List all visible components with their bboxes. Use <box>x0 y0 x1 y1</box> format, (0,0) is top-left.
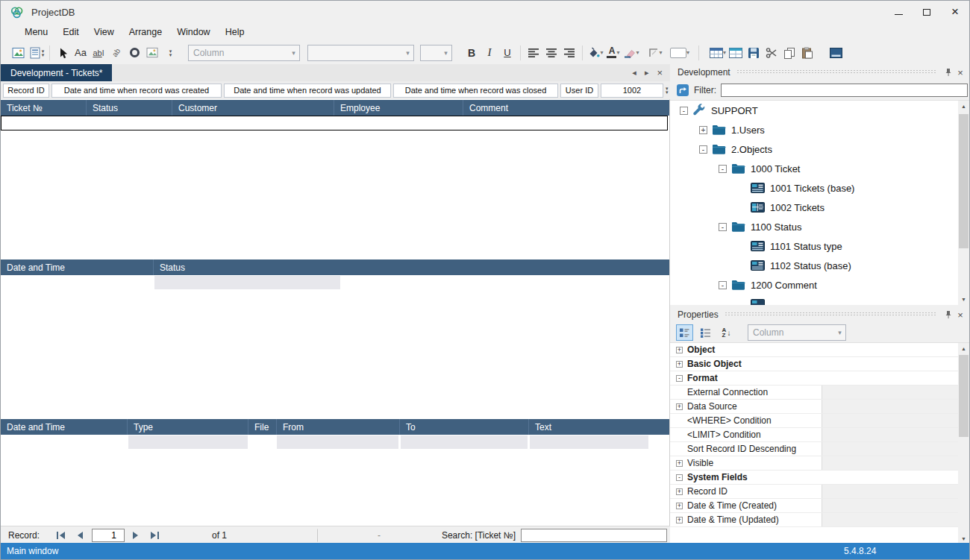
font-color-button[interactable]: A ▾ <box>604 43 622 63</box>
grid-view-button[interactable] <box>697 324 714 341</box>
tree-item-partial[interactable] <box>670 295 970 305</box>
tree-item-1200-comment[interactable]: - 1200 Comment <box>670 275 970 295</box>
expander-icon[interactable]: + <box>699 126 707 134</box>
ellipse-tool-button[interactable] <box>125 43 143 63</box>
expander-icon[interactable]: - <box>719 223 727 231</box>
property-value-cell[interactable] <box>822 428 958 441</box>
column-header[interactable]: Customer <box>172 100 334 116</box>
expander-icon[interactable]: + <box>676 403 683 410</box>
scroll-down-icon[interactable]: ▼ <box>958 294 969 305</box>
expander-icon[interactable]: - <box>676 375 683 382</box>
property-value-cell[interactable] <box>822 414 958 427</box>
sync-selection-button[interactable] <box>676 84 689 97</box>
expander-icon[interactable]: + <box>676 517 683 523</box>
scroll-up-icon[interactable]: ▲ <box>958 101 969 112</box>
new-form-button[interactable]: ▾▾ <box>28 43 46 63</box>
copy-button[interactable] <box>780 43 798 63</box>
ticket-search-input[interactable] <box>521 529 667 542</box>
field-updated[interactable]: Date and time when record was updated <box>224 84 391 98</box>
tree-item-users[interactable]: + 1.Users <box>670 120 970 139</box>
chevron-down-icon[interactable]: ▾ <box>440 49 451 57</box>
field-user-id-value[interactable]: 1002 <box>601 84 663 98</box>
scroll-up-icon[interactable]: ▲ <box>958 343 969 354</box>
underline-button[interactable]: U <box>498 43 516 63</box>
property-row-datetime-updated[interactable]: +Date & Time (Updated) <box>670 513 958 527</box>
column-header[interactable]: Status <box>87 100 172 116</box>
property-row-limit-condition[interactable]: <LIMIT> Condition <box>670 428 958 442</box>
paste-button[interactable] <box>798 43 816 63</box>
close-icon[interactable]: × <box>954 67 966 78</box>
comments-grid-cell[interactable] <box>401 435 528 449</box>
column-combobox[interactable]: Column ▾ <box>188 45 300 61</box>
column-header[interactable]: Employee <box>334 100 463 116</box>
size-combobox[interactable]: ▾ <box>420 45 452 61</box>
tab-scroll-left-icon[interactable]: ◂ <box>632 68 636 78</box>
tree-item-1001-tickets-base[interactable]: 1001 Tickets (base) <box>670 178 970 198</box>
form-dropdown-icon[interactable]: ▾▾ <box>42 49 45 57</box>
tree-item-objects[interactable]: - 2.Objects <box>670 139 970 159</box>
alphabetical-sort-button[interactable]: AZ↓ <box>718 324 735 341</box>
property-row-sort-record-id[interactable]: Sort Record ID Descending <box>670 442 958 456</box>
property-value-cell[interactable] <box>822 513 958 526</box>
property-row-visible[interactable]: +Visible <box>670 456 958 471</box>
panel-toggle-button[interactable] <box>827 43 845 63</box>
tree-scrollbar[interactable]: ▲ ▼ <box>958 101 969 305</box>
textbox-tool-button[interactable]: abǀ <box>90 43 107 63</box>
expander-icon[interactable]: + <box>676 361 683 368</box>
minimize-button[interactable] <box>884 1 913 23</box>
align-left-button[interactable] <box>525 43 542 63</box>
property-value-cell[interactable] <box>822 442 958 456</box>
scroll-thumb[interactable] <box>959 355 969 437</box>
highlight-color-button[interactable]: ▾ <box>622 43 640 63</box>
expander-icon[interactable]: - <box>699 145 707 154</box>
categorized-view-button[interactable] <box>676 324 693 341</box>
chevron-down-icon[interactable]: ▾ <box>723 49 726 56</box>
expander-icon[interactable]: + <box>676 347 683 353</box>
comments-grid-cell[interactable] <box>277 435 398 449</box>
previous-record-button[interactable] <box>75 531 84 540</box>
comments-grid-cell[interactable] <box>530 435 648 449</box>
column-header[interactable]: Ticket № <box>1 100 87 116</box>
next-record-button[interactable] <box>132 531 140 540</box>
italic-button[interactable]: I <box>481 43 498 63</box>
close-icon[interactable]: × <box>954 309 966 321</box>
maximize-button[interactable] <box>913 1 941 23</box>
chevron-down-icon[interactable]: ▾ <box>616 49 619 56</box>
chevron-down-icon[interactable]: ▾ <box>600 49 603 56</box>
property-value-cell[interactable] <box>822 485 958 498</box>
expander-icon[interactable]: + <box>676 503 683 509</box>
report-button[interactable] <box>10 43 28 63</box>
tickets-selected-row[interactable] <box>1 116 668 130</box>
image-tool-button[interactable] <box>143 43 161 63</box>
property-row-data-source[interactable]: +Data Source <box>670 400 958 414</box>
property-row-system-fields[interactable]: -System Fields <box>670 471 958 485</box>
scroll-thumb[interactable] <box>959 114 969 248</box>
menu-item-edit[interactable]: Edit <box>55 25 87 40</box>
chevron-down-icon[interactable]: ▾ <box>288 49 299 57</box>
column-header[interactable]: To <box>400 419 529 435</box>
tree-item-1101-status-type[interactable]: 1101 Status type <box>670 236 970 256</box>
development-panel-header[interactable]: Development × <box>670 64 970 81</box>
property-value-cell[interactable] <box>822 400 958 413</box>
menu-item-window[interactable]: Window <box>169 25 217 40</box>
property-row-record-id[interactable]: +Record ID <box>670 485 958 499</box>
comments-grid-cell[interactable] <box>128 435 248 449</box>
expander-icon[interactable]: - <box>676 474 683 481</box>
fill-color-button[interactable]: ▾ <box>586 43 604 63</box>
properties-combobox[interactable]: Column ▾ <box>748 324 846 341</box>
tree-filter-input[interactable] <box>721 84 968 97</box>
save-button[interactable] <box>745 43 763 63</box>
rotated-label-tool-button[interactable]: ab <box>107 43 125 63</box>
property-row-where-condition[interactable]: <WHERE> Condition <box>670 414 958 428</box>
close-button[interactable]: × <box>941 1 969 23</box>
column-header[interactable]: File <box>248 419 277 435</box>
field-user-id[interactable]: User ID <box>560 84 598 98</box>
status-grid-cell[interactable] <box>154 276 340 289</box>
column-header[interactable]: Date and Time <box>1 419 128 435</box>
property-value-cell[interactable] <box>822 386 958 399</box>
shape-style-button[interactable]: ▾ <box>670 43 689 63</box>
bold-button[interactable]: B <box>463 43 481 63</box>
corner-style-button[interactable]: ▾ <box>646 43 664 63</box>
property-row-basic-object[interactable]: +Basic Object <box>670 357 958 371</box>
column-header[interactable]: Status <box>154 259 669 275</box>
